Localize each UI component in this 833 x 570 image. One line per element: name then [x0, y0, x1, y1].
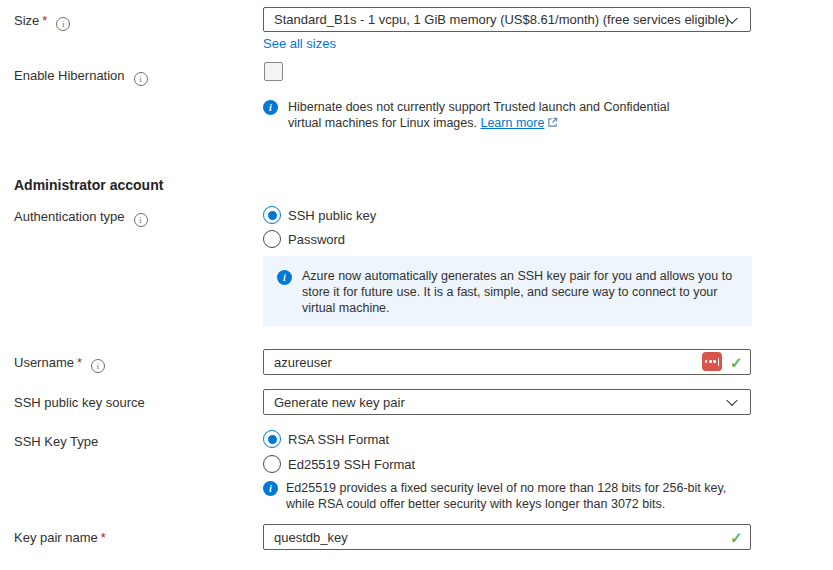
ssh-key-source-label: SSH public key source [14, 395, 145, 410]
hibernation-label: Enable Hibernation [14, 68, 148, 86]
info-icon [263, 481, 278, 496]
hibernation-note: Hibernate does not currently support Tru… [288, 99, 704, 132]
keytype-option-rsa[interactable]: RSA SSH Format [263, 430, 389, 448]
info-icon[interactable] [134, 72, 148, 86]
info-icon [277, 270, 292, 285]
info-icon [263, 100, 278, 115]
keytype-option-ed25519[interactable]: Ed25519 SSH Format [263, 455, 415, 473]
info-icon[interactable] [56, 17, 70, 31]
ssh-key-type-label: SSH Key Type [14, 434, 98, 449]
ssh-key-source-value: Generate new key pair [274, 395, 405, 410]
info-icon[interactable] [91, 359, 105, 373]
size-label: Size* [14, 13, 70, 31]
vm-create-form: Size* Standard_B1s - 1 vcpu, 1 GiB memor… [0, 0, 833, 570]
authentication-type-label: Authentication type [14, 209, 148, 227]
ssh-key-source-select[interactable]: Generate new key pair [263, 389, 751, 415]
radio-selected-icon[interactable] [263, 206, 281, 224]
size-select[interactable]: Standard_B1s - 1 vcpu, 1 GiB memory (US$… [263, 7, 751, 32]
required-marker: * [42, 13, 47, 28]
auth-option-password[interactable]: Password [263, 230, 345, 248]
radio-selected-icon[interactable] [263, 430, 281, 448]
username-label: Username* [14, 355, 105, 373]
required-marker: * [101, 530, 106, 545]
valid-check-icon [730, 355, 743, 370]
key-pair-name-field-wrap [263, 524, 751, 550]
administrator-account-heading: Administrator account [14, 177, 163, 193]
required-marker: * [77, 355, 82, 370]
password-manager-icon[interactable] [702, 352, 722, 371]
auth-option-ssh-public-key[interactable]: SSH public key [263, 206, 376, 224]
username-input[interactable] [274, 355, 740, 370]
chevron-down-icon [726, 395, 737, 406]
valid-check-icon [730, 530, 743, 545]
radio-unselected-icon[interactable] [263, 230, 281, 248]
key-pair-name-input[interactable] [274, 530, 740, 545]
ssh-keypair-info-text: Azure now automatically generates an SSH… [302, 268, 740, 316]
learn-more-link[interactable]: Learn more [480, 116, 544, 130]
key-pair-name-label: Key pair name* [14, 530, 106, 545]
username-field-wrap [263, 349, 751, 375]
size-select-value: Standard_B1s - 1 vcpu, 1 GiB memory (US$… [274, 12, 729, 27]
see-all-sizes-link[interactable]: See all sizes [263, 36, 336, 51]
radio-unselected-icon[interactable] [263, 455, 281, 473]
external-link-icon[interactable] [547, 116, 558, 132]
ed25519-note: Ed25519 provides a fixed security level … [286, 480, 738, 512]
info-icon[interactable] [134, 213, 148, 227]
hibernation-checkbox[interactable] [264, 62, 283, 81]
ssh-keypair-infobox: Azure now automatically generates an SSH… [263, 256, 752, 326]
